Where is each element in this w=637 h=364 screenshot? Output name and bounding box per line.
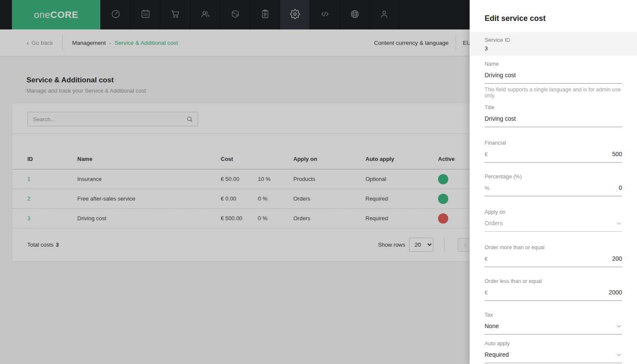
- title-label: Title: [485, 105, 622, 111]
- percentage-input[interactable]: [490, 184, 622, 191]
- auto-apply-value: Required: [485, 351, 509, 358]
- edit-form: Name This field supports a single langua…: [485, 56, 622, 364]
- financial-input[interactable]: [488, 151, 622, 157]
- field-title: Title: [485, 105, 622, 127]
- field-order-more: Order more than or equal €: [485, 245, 622, 267]
- auto-apply-select[interactable]: Required: [485, 350, 622, 363]
- apply-on-label: Apply on: [485, 209, 622, 215]
- chevron-down-icon: [616, 220, 622, 227]
- euro-prefix: €: [485, 289, 488, 296]
- name-input[interactable]: [485, 71, 622, 84]
- service-id-band: Service ID 3: [470, 32, 637, 56]
- field-order-less: Order less than or equal €: [485, 278, 622, 301]
- financial-label: Financial: [485, 140, 622, 146]
- euro-prefix: €: [485, 151, 488, 157]
- apply-on-value: Orders: [485, 220, 503, 227]
- apply-on-select[interactable]: Orders: [485, 219, 622, 232]
- order-more-label: Order more than or equal: [485, 245, 622, 250]
- service-id-label: Service ID: [485, 37, 622, 43]
- auto-apply-label: Auto apply: [485, 341, 622, 347]
- percentage-label: Percentage (%): [485, 174, 622, 180]
- title-input[interactable]: [485, 114, 622, 127]
- chevron-down-icon: [616, 323, 622, 329]
- tax-label: Tax: [485, 312, 622, 318]
- edit-service-cost-panel: Edit service cost Service ID 3 Name This…: [470, 0, 637, 364]
- percent-prefix: %: [485, 185, 490, 191]
- field-auto-apply: Auto apply Required: [485, 341, 622, 363]
- tax-select[interactable]: None: [485, 322, 622, 335]
- field-percentage: Percentage (%) %: [485, 174, 622, 196]
- order-less-input[interactable]: [488, 289, 622, 296]
- name-label: Name: [485, 61, 622, 67]
- order-less-label: Order less than or equal: [485, 278, 622, 284]
- order-more-input[interactable]: [488, 255, 622, 262]
- panel-title: Edit service cost: [485, 14, 546, 23]
- field-apply-on: Apply on Orders: [485, 209, 622, 232]
- field-financial: Financial €: [485, 140, 622, 163]
- chevron-down-icon: [616, 352, 622, 358]
- field-tax: Tax None: [485, 312, 622, 335]
- name-helper-text: This field supports a single language an…: [485, 87, 622, 99]
- field-name: Name This field supports a single langua…: [485, 61, 622, 99]
- service-id-value: 3: [485, 45, 622, 52]
- tax-value: None: [485, 323, 499, 329]
- euro-prefix: €: [485, 256, 488, 262]
